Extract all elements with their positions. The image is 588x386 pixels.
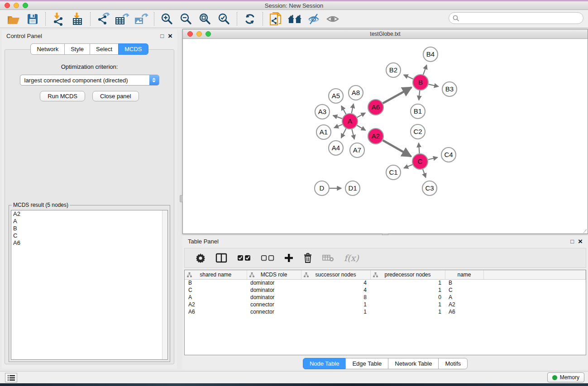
column-header-predecessor-nodes[interactable]: predecessor nodes [370, 270, 445, 279]
mcds-result-item[interactable]: A2 [11, 210, 167, 218]
float-panel-icon[interactable]: □ [160, 33, 164, 39]
network-file-icon[interactable] [268, 12, 284, 26]
node-C2[interactable]: C2 [411, 124, 425, 139]
network-window-titlebar[interactable]: testGlobe.txt [183, 29, 588, 39]
mcds-result-item[interactable]: A6 [11, 239, 167, 247]
node-A7[interactable]: A7 [350, 143, 364, 157]
edge-C-C1[interactable] [404, 165, 412, 168]
eye-icon[interactable] [325, 12, 341, 26]
tab-network-table[interactable]: Network Table [388, 358, 439, 369]
close-panel-button[interactable]: Close panel [92, 91, 139, 101]
resize-grip[interactable] [582, 228, 587, 233]
tab-edge-table[interactable]: Edge Table [345, 358, 388, 369]
search-input[interactable] [462, 15, 583, 22]
edge-B-B2[interactable] [404, 75, 413, 79]
mcds-result-list[interactable]: A2ABCA6 [11, 210, 168, 360]
hide-eye-icon[interactable] [306, 12, 322, 26]
network-graph[interactable]: AA1A2A3A4A5A6A7A8BB1B2B3B4CC1C2C3C4DD1 [183, 39, 588, 233]
edge-A-A1[interactable] [334, 124, 342, 128]
node-A5[interactable]: A5 [329, 89, 343, 103]
tab-network[interactable]: Network [30, 43, 65, 55]
edge-B-B3[interactable] [429, 84, 439, 86]
refresh-icon[interactable] [242, 12, 258, 26]
tab-select[interactable]: Select [90, 43, 119, 55]
node-B2[interactable]: B2 [386, 63, 401, 77]
edge-A-A4[interactable] [341, 129, 346, 138]
gear-icon[interactable] [196, 253, 206, 263]
node-C4[interactable]: C4 [441, 148, 456, 162]
column-header-name[interactable]: name [445, 270, 483, 279]
edge-C-C3[interactable] [423, 169, 426, 177]
node-table[interactable]: shared nameMCDS rolesuccessor nodesprede… [184, 270, 586, 355]
split-columns-icon[interactable] [215, 253, 227, 263]
node-A2[interactable]: A2 [368, 129, 383, 144]
split-divider-handle[interactable] [180, 195, 183, 202]
import-table-icon[interactable] [69, 12, 86, 26]
table-row[interactable]: A6connector11A6 [185, 308, 586, 315]
node-A4[interactable]: A4 [329, 141, 343, 155]
zoom-selected-icon[interactable] [216, 12, 232, 26]
save-session-icon[interactable] [24, 12, 41, 26]
edge-A-A2[interactable] [357, 125, 366, 130]
unchecked-boxes-icon[interactable] [261, 254, 274, 262]
node-D[interactable]: D [315, 181, 329, 195]
table-row[interactable]: A2connector11A2 [185, 301, 586, 308]
export-image-icon[interactable] [133, 12, 149, 26]
node-D1[interactable]: D1 [345, 181, 360, 195]
edge-A-A7[interactable] [352, 129, 354, 139]
zoom-out-icon[interactable] [178, 12, 194, 26]
float-table-panel-icon[interactable]: □ [570, 238, 574, 244]
table-row[interactable]: Adominator80A [185, 294, 586, 301]
tab-style[interactable]: Style [64, 43, 90, 55]
close-panel-icon[interactable]: × [168, 32, 172, 40]
node-B[interactable]: B [413, 75, 428, 90]
mcds-result-item[interactable]: A [11, 218, 167, 225]
open-session-icon[interactable] [5, 12, 22, 26]
network-canvas[interactable]: AA1A2A3A4A5A6A7A8BB1B2B3B4CC1C2C3C4DD1 [183, 39, 588, 233]
node-B3[interactable]: B3 [442, 82, 457, 96]
tab-motifs[interactable]: Motifs [438, 358, 468, 369]
task-history-button[interactable] [5, 373, 17, 382]
tab-mcds[interactable]: MCDS [118, 43, 148, 55]
edge-C-C4[interactable] [428, 157, 438, 160]
edge-A-A8[interactable] [352, 104, 354, 114]
run-mcds-button[interactable]: Run MCDS [40, 91, 85, 101]
node-A3[interactable]: A3 [315, 105, 330, 119]
node-C3[interactable]: C3 [422, 181, 437, 195]
node-C[interactable]: C [412, 154, 428, 169]
checked-boxes-icon[interactable] [237, 254, 251, 262]
node-B1[interactable]: B1 [411, 104, 425, 119]
export-table-icon[interactable] [114, 12, 130, 26]
node-A1[interactable]: A1 [316, 125, 331, 139]
home-icon[interactable] [287, 12, 303, 26]
table-row[interactable]: Cdominator41C [185, 286, 586, 294]
node-B4[interactable]: B4 [423, 47, 438, 62]
memory-button[interactable]: Memory [547, 372, 584, 382]
zoom-fit-icon[interactable] [197, 12, 213, 26]
import-network-icon[interactable] [50, 12, 67, 26]
close-table-panel-icon[interactable]: × [578, 238, 583, 245]
mcds-result-item[interactable]: C [11, 232, 167, 239]
edge-A-A5[interactable] [341, 106, 346, 114]
edge-B-B4[interactable] [423, 65, 427, 75]
column-header-mcds-role[interactable]: MCDS role [247, 270, 301, 279]
criterion-dropdown[interactable]: largest connected component (directed) [20, 75, 159, 86]
edge-A2-C[interactable] [383, 140, 411, 157]
edge-C-C2[interactable] [419, 143, 420, 153]
edge-A-A3[interactable] [333, 115, 342, 119]
node-A6[interactable]: A6 [368, 100, 383, 115]
node-A[interactable]: A [342, 114, 358, 129]
edge-A-A6[interactable] [357, 113, 365, 117]
column-header-shared-name[interactable]: shared name [185, 270, 247, 279]
trash-icon[interactable] [303, 253, 312, 263]
mcds-result-item[interactable]: B [11, 225, 167, 232]
zoom-in-icon[interactable] [159, 12, 175, 26]
tab-node-table[interactable]: Node Table [303, 358, 346, 369]
export-network-icon[interactable] [95, 12, 111, 26]
column-header-successor-nodes[interactable]: successor nodes [301, 270, 370, 279]
node-C1[interactable]: C1 [386, 165, 401, 180]
node-A8[interactable]: A8 [349, 86, 363, 100]
scrollbar[interactable] [162, 210, 167, 359]
plus-icon[interactable] [284, 253, 293, 262]
table-row[interactable]: Bdominator41B [185, 279, 586, 286]
